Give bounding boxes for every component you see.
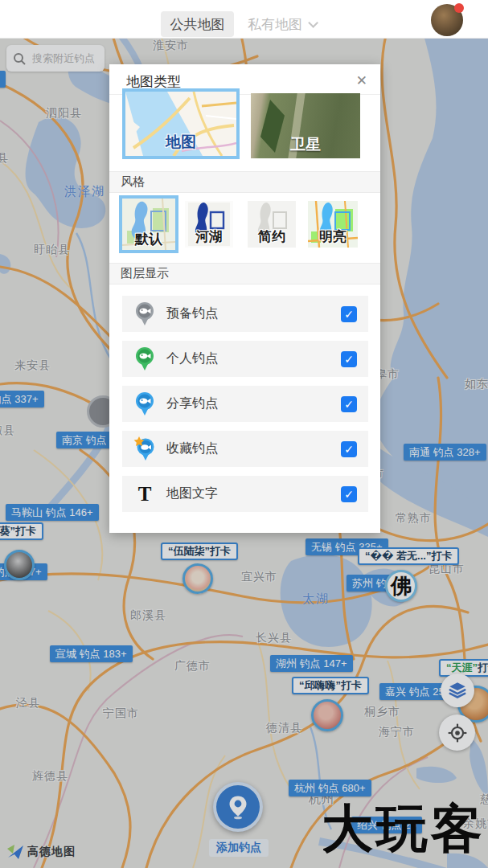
style-option-rivers[interactable]: 河湖 [185,201,233,248]
city-label: 广德市 [174,659,211,674]
city-label: 宜兴市 [241,570,277,584]
amap-logo-text: 高德地图 [27,845,76,859]
city-label: 桐乡市 [364,705,400,719]
locate-button[interactable] [439,714,475,751]
pin-fish-gray-icon [133,301,156,326]
app-screen: 淮安市 泗阳县 泗洪县 盱眙县 来安县 全椒县 宜兴市 郎溪县 广德市 长兴县 … [0,0,488,868]
spot-badge[interactable]: 向 [0,71,6,88]
panel-title: 地图类型 [126,74,181,89]
layer-row-favorites: 收藏钓点 [122,431,368,467]
panel-header: 地图类型 ✕ [109,64,380,95]
city-label: 全椒县 [0,424,15,438]
add-spot-label: 添加钓点 [209,839,269,857]
layer-checkbox[interactable] [341,441,357,457]
city-label: 旌德县 [32,769,68,784]
style-option-simple[interactable]: 简约 [248,201,296,248]
spot-badge[interactable]: 滁州 钓点 337+ [0,391,44,407]
layer-checkbox[interactable] [341,396,357,412]
checkin-suffix: 打卡 [478,661,488,674]
pin-star-blue-icon [133,436,156,461]
calligraphy-avatar-marker[interactable]: 佛 [385,570,417,602]
map-type-option-satellite[interactable]: 卫星 [251,93,360,158]
layer-label: 个人钓点 [166,350,341,367]
checkin-name: “天涯” [446,661,478,674]
checkin-badge[interactable]: “邱嗨嗨”打卡 [292,677,369,694]
tab-private-map[interactable]: 私有地图 [248,11,315,37]
spot-badge[interactable]: 湖州 钓点 147+ [270,655,353,672]
spot-badge[interactable]: 南通 钓点 328+ [404,444,486,461]
city-label: 淮安市 [153,39,189,53]
map-type-panel: 地图类型 ✕ 地图 卫星 风格 [109,64,380,533]
layer-checkbox[interactable] [341,486,357,502]
notification-dot [454,3,464,13]
layers-section-header: 图层显示 [109,263,380,285]
style-label: 默认 [122,230,175,248]
pin-fish-blue-icon [133,391,156,416]
pin-fish-green-icon [133,346,156,371]
locate-icon [447,723,468,743]
close-icon[interactable]: ✕ [353,71,371,91]
search-input[interactable] [31,51,101,65]
city-label: 常熟市 [396,511,432,526]
layers-icon [447,680,468,701]
city-label: 海宁市 [379,725,415,739]
amap-plane-icon [6,844,24,860]
style-label: 河湖 [185,227,233,246]
city-label: 来安县 [14,358,51,373]
layer-label: 地图文字 [166,485,341,502]
search-icon [13,52,26,65]
checkin-badge[interactable]: “�� 若无...”打卡 [358,547,459,565]
layers-button[interactable] [441,674,474,707]
checkin-badge[interactable]: “葵”打卡 [0,522,43,540]
layer-label: 收藏钓点 [166,440,341,457]
watermark-text: 大玩客 [322,794,486,864]
layer-checkbox[interactable] [341,306,357,322]
text-layer-icon: T [133,484,156,504]
city-label: 郎溪县 [130,608,166,623]
style-label: 明亮 [308,227,358,246]
layer-row-prepared: 预备钓点 [122,296,368,332]
location-pin-icon [225,793,251,821]
layer-checkbox[interactable] [341,351,357,367]
layer-label: 分享钓点 [166,395,341,412]
calligraphy-glyph: 佛 [391,572,412,600]
city-label: 泗阳县 [46,106,82,121]
layer-row-map-text: T 地图文字 [122,476,368,512]
spot-badge[interactable]: 马鞍山 钓点 146+ [6,504,99,521]
search-bar[interactable] [6,45,105,72]
city-label: 泗洪县 [0,151,9,166]
checkin-badge[interactable]: “伍陆柒”打卡 [161,542,238,560]
city-label: 长兴县 [256,631,292,645]
add-spot-button[interactable] [213,782,263,832]
user-avatar-marker[interactable] [4,550,35,580]
water-label: 太湖 [302,592,330,607]
layer-row-personal: 个人钓点 [122,341,368,377]
map-type-label: 地图 [125,132,236,153]
layer-label: 预备钓点 [166,305,341,322]
spot-badge[interactable]: 宣城 钓点 183+ [50,645,133,662]
style-label: 简约 [248,227,296,246]
style-section-header: 风格 [109,171,380,193]
style-option-bright[interactable]: 明亮 [308,201,358,248]
city-label: 泾县 [16,696,40,710]
user-avatar-marker[interactable] [182,563,213,594]
city-label: 宁国市 [103,706,139,721]
layer-row-shared: 分享钓点 [122,386,368,422]
city-label: 盱眙县 [34,243,70,257]
map-type-label: 卫星 [251,134,360,155]
style-option-default[interactable]: 默认 [122,199,175,250]
top-bar: 公共地图 私有地图 [0,0,488,39]
city-label: 如东 [465,377,488,391]
user-avatar-marker[interactable] [311,699,343,731]
water-label: 洪泽湖 [64,184,105,199]
chevron-down-icon [308,18,318,28]
tab-private-label: 私有地图 [248,15,302,34]
map-type-option-map[interactable]: 地图 [125,92,236,156]
amap-logo: 高德地图 [6,844,76,860]
city-label: 德清县 [266,721,302,735]
tab-public-map[interactable]: 公共地图 [161,11,234,37]
